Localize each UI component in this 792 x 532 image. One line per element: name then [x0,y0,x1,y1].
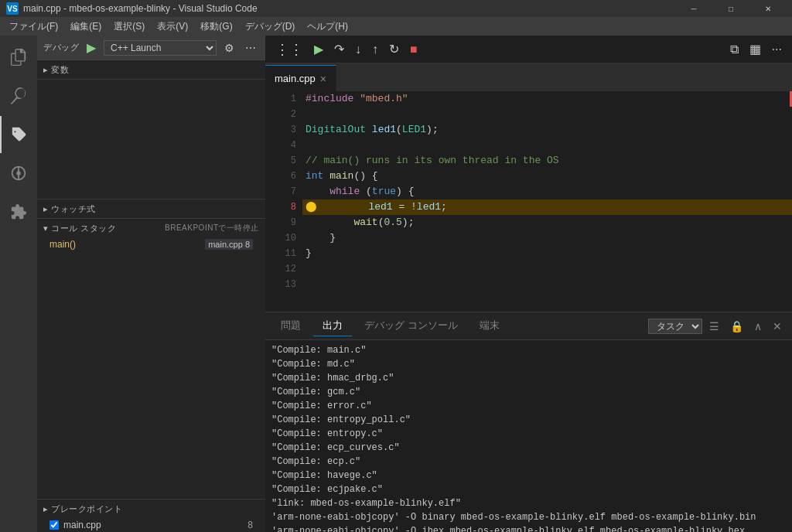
line-num-12: 12 [271,261,296,277]
code-line-10: } [302,230,792,246]
panel-tabs-row: 問題 出力 デバッグ コンソール 端末 タスク ☰ 🔒 ∧ ✕ [265,312,792,340]
activity-debug[interactable] [0,155,37,192]
activity-search[interactable] [0,77,37,114]
output-line-5: "Compile: error.c" [271,399,786,413]
main-layout: デバッグ ▶ C++ Launch ⚙ ⋯ ▸ 変数 ▸ ウォッチ式 ▾ コール… [0,36,792,532]
code-content[interactable]: #include "mbed.h" DigitalOut led1(LED1);… [302,91,792,312]
menu-goto[interactable]: 移動(G) [194,19,238,35]
panel-tab-terminal[interactable]: 端末 [470,315,509,336]
menu-file[interactable]: ファイル(F) [3,19,64,35]
code-line-11: } [302,246,792,261]
panel-collapse-button[interactable]: ∧ [750,319,766,334]
menu-edit[interactable]: 編集(E) [64,19,108,35]
close-button[interactable]: ✕ [750,0,786,17]
panel-lock-button[interactable]: 🔒 [726,319,747,334]
output-line-2: "Compile: md.c" [271,357,786,371]
callstack-func: main() [50,239,76,250]
minimize-button[interactable]: ─ [676,0,712,17]
debug-more-button[interactable]: ⋯ [242,40,259,56]
window-title: main.cpp - mbed-os-example-blinky - Visu… [23,3,258,14]
panel-close-button[interactable]: ✕ [769,319,786,334]
menu-select[interactable]: 選択(S) [108,19,151,35]
callstack-badge: BREAKPOINTで一時停止 [165,223,259,234]
line-num-4: 4 [271,138,296,153]
debug-stop-button[interactable]: ■ [406,39,422,60]
output-line-8: "Compile: ecp_curves.c" [271,441,786,455]
debug-restart-button[interactable]: ↻ [385,39,403,60]
line-num-2: 2 [271,107,296,122]
line-num-7: 7 [271,184,296,200]
code-line-6: int main() { [302,169,792,184]
code-line-9: wait(0.5); [302,215,792,230]
breakpoints-label: ▸ ブレークポイント [43,503,122,515]
panel-tabs: 問題 出力 デバッグ コンソール 端末 [265,312,515,340]
menu-view[interactable]: 表示(V) [151,19,194,35]
editor-area: ⋮⋮ ▶ ↷ ↓ ↑ ↻ ■ ⧉ ▦ ··· main.cpp [265,36,792,532]
call-stack-section: ▾ コール スタック BREAKPOINTで一時停止 main() main.c… [37,219,265,500]
activity-explorer[interactable] [0,39,37,76]
bottom-panel: 問題 出力 デバッグ コンソール 端末 タスク ☰ 🔒 ∧ ✕ "Compile… [265,312,792,532]
debug-continue-button[interactable]: ▶ [310,39,327,60]
code-line-2 [302,107,792,122]
debug-config-select[interactable]: C++ Launch [104,40,217,56]
panel-right-controls: タスク ☰ 🔒 ∧ ✕ [648,319,792,334]
title-bar: VS main.cpp - mbed-os-example-blinky - V… [0,0,792,17]
activity-extensions[interactable] [0,193,37,230]
code-line-4 [302,138,792,153]
callstack-label: ▾ コール スタック [43,223,116,234]
debug-dots-button[interactable]: ⋮⋮ [271,39,307,60]
output-line-12: "link: mbed-os-example-blinky.elf" [271,496,786,510]
debug-label: デバッグ [43,42,79,53]
activity-git[interactable] [0,116,37,153]
maximize-button[interactable]: □ [713,0,749,17]
debug-step-over-button[interactable]: ↷ [330,39,348,60]
watch-section: ▸ ウォッチ式 [37,200,265,219]
code-line-1: #include "mbed.h" [302,91,792,107]
debug-step-out-button[interactable]: ↑ [368,39,382,60]
debug-toolbar: デバッグ ▶ C++ Launch ⚙ ⋯ [37,36,265,60]
panel-tab-output[interactable]: 出力 [313,315,352,336]
panel-list-button[interactable]: ☰ [705,319,723,334]
debug-settings-button[interactable]: ⚙ [221,40,237,56]
breakpoint-checkbox[interactable] [50,520,59,530]
output-line-3: "Compile: hmac_drbg.c" [271,371,786,385]
callstack-header[interactable]: ▾ コール スタック BREAKPOINTで一時停止 [37,219,265,237]
callstack-item[interactable]: main() main.cpp 8 [37,237,265,251]
menu-help[interactable]: ヘルプ(H) [301,19,354,35]
panel-tab-debug-console[interactable]: デバッグ コンソール [355,315,467,336]
tab-close-button[interactable]: × [320,73,326,85]
activity-bar [0,36,37,532]
line-numbers: 1 2 3 4 5 6 7 8 9 10 11 12 13 [265,91,302,312]
panel-tab-problems[interactable]: 問題 [271,315,310,336]
output-line-6: "Compile: entropy_poll.c" [271,413,786,427]
breakpoints-section: ▸ ブレークポイント main.cpp 8 [37,500,265,532]
layout-button[interactable]: ▦ [746,40,765,58]
output-line-14: 'arm-none-eabi-objcopy' -O ihex mbed-os-… [271,524,786,532]
callstack-file: main.cpp 8 [205,239,253,250]
breakpoints-header[interactable]: ▸ ブレークポイント [37,500,265,518]
split-editor-button[interactable]: ⧉ [726,40,742,58]
variables-section: ▸ 変数 [37,60,265,80]
code-line-12 [302,261,792,277]
editor-tab-main-cpp[interactable]: main.cpp × [265,65,336,91]
debug-play-button[interactable]: ▶ [84,39,99,56]
code-line-7: while (true) { [302,184,792,200]
debug-controls: ⋮⋮ ▶ ↷ ↓ ↑ ↻ ■ [271,39,422,60]
debug-step-into-button[interactable]: ↓ [351,39,365,60]
breakpoint-item: main.cpp 8 [37,518,265,532]
menu-debug[interactable]: デバッグ(D) [239,19,302,35]
editor-top-right: ⧉ ▦ ··· [726,40,786,58]
bp-number: 8 [248,520,253,530]
line-num-13: 13 [271,277,296,292]
code-line-5: // main() runs in its own thread in the … [302,153,792,169]
watch-header[interactable]: ▸ ウォッチ式 [37,200,265,218]
line-num-1: 1 [271,91,296,107]
line-num-9: 9 [271,215,296,230]
more-button[interactable]: ··· [768,40,786,58]
bp-file: main.cpp [63,520,101,530]
variables-header[interactable]: ▸ 変数 [37,60,265,79]
code-editor: 1 2 3 4 5 6 7 8 9 10 11 12 13 #include "… [265,91,792,312]
output-line-7: "Compile: entropy.c" [271,427,786,441]
task-select[interactable]: タスク [648,319,702,334]
tab-bar: main.cpp × [265,63,792,91]
